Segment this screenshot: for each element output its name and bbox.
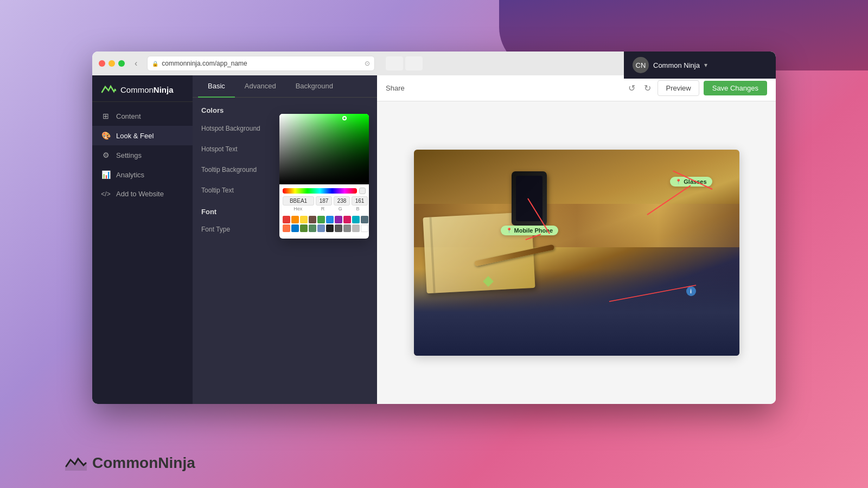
r-label: R: [315, 206, 330, 211]
color-preset[interactable]: [361, 224, 368, 232]
color-preset[interactable]: [300, 216, 308, 223]
logo-icon: [101, 84, 116, 95]
color-preset[interactable]: [352, 216, 360, 223]
tabs-bar: Basic Advanced Background: [193, 75, 377, 98]
sidebar-logo: CommonNinja: [92, 75, 193, 102]
browser-traffic-lights: [99, 60, 125, 67]
opacity-indicator: [359, 188, 366, 194]
color-preset[interactable]: [361, 216, 368, 223]
color-preset[interactable]: [283, 216, 290, 223]
add-website-icon: </>: [101, 190, 111, 198]
preview-btn[interactable]: Preview: [658, 80, 699, 96]
color-preset[interactable]: [309, 216, 316, 223]
hotspot-phone: 📍 Mobile Phone: [501, 226, 559, 235]
color-preset[interactable]: [317, 216, 325, 223]
phone-item: [512, 171, 547, 226]
sidebar-item-add-website[interactable]: </> Add to Website: [92, 184, 193, 203]
glasses-pin-icon: 📍: [675, 179, 681, 184]
browser-window: ‹ 🔒 commonninja.com/app_name ⊙ + CommonN…: [92, 52, 776, 404]
sidebar-item-look-feel-label: Look & Feel: [116, 132, 154, 140]
preview-toolbar: Share ↺ ↻ Preview Save Changes: [377, 75, 776, 101]
sidebar-item-analytics-label: Analytics: [116, 171, 144, 179]
url-reload-icon[interactable]: ⊙: [365, 60, 370, 67]
color-preset[interactable]: [291, 224, 299, 232]
color-input-labels: Hex R G B: [279, 206, 369, 214]
tab-background[interactable]: Background: [286, 75, 343, 98]
color-preset[interactable]: [326, 216, 334, 223]
tab-basic[interactable]: Basic: [198, 75, 235, 98]
color-preset[interactable]: [300, 224, 308, 232]
b-label: B: [350, 206, 366, 211]
sidebar-item-settings-label: Settings: [116, 151, 142, 159]
close-window-btn[interactable]: [99, 60, 105, 67]
color-preset[interactable]: [326, 224, 334, 232]
phone-bubble: 📍 Mobile Phone: [501, 226, 559, 235]
color-preset[interactable]: [335, 224, 342, 232]
sidebar-item-content[interactable]: ⊞ Content: [92, 106, 193, 126]
redo-btn[interactable]: ↻: [642, 81, 653, 95]
hex-label: Hex: [283, 206, 313, 211]
color-preset[interactable]: [291, 216, 299, 223]
sidebar-logo-text: CommonNinja: [120, 85, 174, 94]
maximize-window-btn[interactable]: [118, 60, 125, 67]
share-label: Share: [386, 84, 620, 92]
color-picker-popup: Hex R G B: [279, 114, 369, 239]
app-container: CommonNinja ⊞ Content 🎨 Look & Feel ⚙ Se…: [92, 75, 776, 404]
r-input[interactable]: [316, 196, 332, 206]
color-preset[interactable]: [283, 224, 290, 232]
look-feel-icon: 🎨: [101, 131, 111, 140]
preview-actions: ↺ ↻ Preview Save Changes: [626, 80, 767, 96]
sidebar: CommonNinja ⊞ Content 🎨 Look & Feel ⚙ Se…: [92, 75, 193, 404]
sidebar-item-analytics[interactable]: 📊 Analytics: [92, 165, 193, 184]
browser-url-bar[interactable]: 🔒 commonninja.com/app_name ⊙: [147, 56, 375, 71]
color-gradient-canvas[interactable]: [279, 114, 369, 184]
preview-canvas: 📍 Glasses 📍 Mobile Phone: [377, 101, 776, 404]
footer-logo-icon: [65, 455, 87, 471]
panel-content: Colors Hotspot Background Hotspot Text T…: [193, 98, 377, 404]
hue-slider[interactable]: [283, 188, 357, 194]
settings-icon: ⚙: [101, 151, 111, 159]
sidebar-item-look-feel[interactable]: 🎨 Look & Feel: [92, 126, 193, 145]
content-icon: ⊞: [101, 112, 111, 120]
sidebar-item-settings[interactable]: ⚙ Settings: [92, 145, 193, 165]
color-presets-grid: [279, 214, 369, 234]
sidebar-nav: ⊞ Content 🎨 Look & Feel ⚙ Settings 📊 Ana…: [92, 102, 193, 404]
sidebar-item-content-label: Content: [116, 112, 141, 120]
browser-tab-2[interactable]: [405, 56, 423, 70]
undo-btn[interactable]: ↺: [626, 81, 637, 95]
color-preset[interactable]: [335, 216, 342, 223]
sidebar-item-add-website-label: Add to Website: [116, 190, 164, 198]
app-header: CN Common Ninja ▾: [624, 75, 776, 79]
phone-label: Mobile Phone: [514, 227, 553, 234]
analytics-icon: 📊: [101, 170, 111, 179]
url-text: commonninja.com/app_name: [162, 60, 361, 67]
color-preset[interactable]: [352, 224, 360, 232]
info-hotspot-dot[interactable]: i: [686, 286, 696, 296]
color-sliders-row: [279, 184, 369, 194]
colors-section-title: Colors: [201, 106, 368, 114]
browser-back-btn[interactable]: ‹: [130, 56, 142, 70]
save-changes-btn[interactable]: Save Changes: [704, 81, 767, 95]
main-settings-panel: CN Common Ninja ▾ Basic Advanced Backgro…: [193, 75, 377, 404]
preview-area: Share ↺ ↻ Preview Save Changes: [377, 75, 776, 404]
footer-logo: CommonNinja: [65, 454, 195, 472]
color-preset[interactable]: [343, 224, 351, 232]
g-input[interactable]: [334, 196, 350, 206]
minimize-window-btn[interactable]: [108, 60, 115, 67]
color-preset[interactable]: [309, 224, 316, 232]
image-bg: 📍 Glasses 📍 Mobile Phone: [414, 150, 739, 356]
color-inputs-row: [279, 194, 369, 206]
browser-tab-1[interactable]: [386, 56, 403, 70]
url-security-icon: 🔒: [152, 61, 158, 67]
g-label: G: [333, 206, 348, 211]
tab-advanced[interactable]: Advanced: [235, 75, 286, 98]
footer-logo-text: CommonNinja: [92, 454, 195, 472]
b-input[interactable]: [352, 196, 368, 206]
phone-pin-icon: 📍: [506, 228, 512, 233]
color-preset[interactable]: [343, 216, 351, 223]
color-preset[interactable]: [317, 224, 325, 232]
preview-image: 📍 Glasses 📍 Mobile Phone: [414, 150, 739, 356]
hex-input[interactable]: [283, 196, 314, 206]
